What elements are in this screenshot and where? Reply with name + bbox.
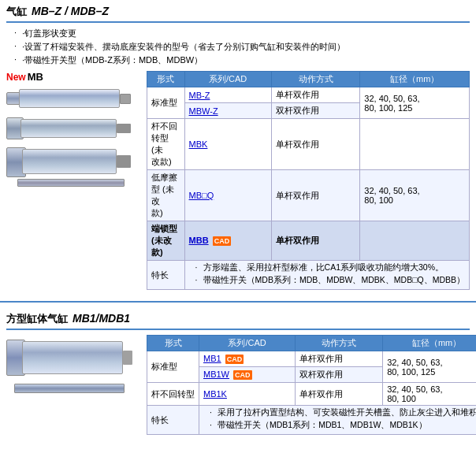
col-header-series: 系列/CAD: [184, 72, 271, 87]
cad-badge-mb1: CAD: [225, 355, 244, 364]
feature2-1: 采用了拉杆内置型结构、可安装磁性开关槽盖、防止灰尘进入和堆积。: [210, 407, 476, 418]
new-mb-label: New MB: [6, 71, 43, 83]
series2-cell-mb1k: MB1K: [199, 383, 296, 406]
section2-images: [6, 335, 140, 435]
section2-header: 方型缸体气缸 MB1/MDB1: [6, 312, 470, 330]
section2-table: 形式 系列/CAD 动作方式 缸径（mm） 标准型 MB1 CAD 单杆双作用 …: [147, 335, 476, 435]
table2-row-features: 特长 采用了拉杆内置型结构、可安装磁性开关槽盖、防止灰尘进入和堆积。 带磁性开关…: [147, 406, 477, 435]
bore2-cell-standard: 32, 40, 50, 63,80, 100, 125: [383, 351, 476, 383]
section2-title-jp: MB1/MDB1: [73, 312, 130, 325]
table-row-endlock: 端锁型 (未改款) MBB CAD 单杆双作用: [147, 221, 470, 261]
type2-cell-norot: 杆不回转型: [147, 383, 199, 406]
col-header-action: 动作方式: [271, 72, 360, 87]
action2-cell-norot: 单杆双作用: [296, 383, 383, 406]
bore2-cell-norot: 32, 40, 50, 63,80, 100: [383, 383, 476, 406]
link-mbk[interactable]: MBK: [189, 139, 208, 149]
cad-badge-mbb: CAD: [213, 236, 232, 246]
table-row: 低摩擦型 (未改款) MB□Q 单杆双作用 32, 40, 50, 63,80,…: [147, 170, 470, 221]
link-mbq[interactable]: MB□Q: [189, 191, 214, 200]
section1-table: 形式 系列/CAD 动作方式 缸径（mm） 标准型 MB-Z 单杆双作用 32,…: [147, 71, 470, 290]
section1-title-cn: 气缸: [6, 5, 27, 19]
link-mbwz[interactable]: MBW-Z: [189, 106, 218, 116]
features2-label: 特长: [147, 406, 199, 435]
link-mbb[interactable]: MBB: [189, 236, 209, 245]
action-cell-lowfric: 单杆双作用: [271, 170, 360, 221]
action-cell-double: 双杆双作用: [271, 103, 360, 119]
table2-row: 标准型 MB1 CAD 单杆双作用 32, 40, 50, 63,80, 100…: [147, 351, 477, 367]
feature-2: 带磁性开关（MDB系列：MDB、MDBW、MDBK、MDB□Q、MDBB）: [195, 275, 465, 286]
table-row-features: 特长 方形端盖、采用拉杆型标准，比CA1系列吸收功能约增大30%。 带磁性开关（…: [147, 261, 470, 290]
col2-header-series: 系列/CAD: [199, 336, 296, 351]
action2-cell-double: 双杆双作用: [296, 367, 383, 383]
table2-header-row: 形式 系列/CAD 动作方式 缸径（mm）: [147, 336, 477, 351]
section1-images: New MB: [6, 71, 140, 290]
section1-bullets: ·钉盖形状变更 ·设置了杆端安装件、摆动底座安装件的型号（省去了分别订购气缸和安…: [6, 28, 470, 66]
type-cell-lowfric: 低摩擦型 (未改款): [147, 170, 185, 221]
bullet-1: ·钉盖形状变更: [14, 28, 470, 39]
col2-header-bore: 缸径（mm）: [383, 336, 476, 351]
cylinder-image-1: [6, 86, 131, 111]
series-cell-mbwz: MBW-Z: [184, 103, 271, 119]
table-row: 杆不回转型 (未改款) MBK 单杆双作用: [147, 119, 470, 170]
features2-content: 采用了拉杆内置型结构、可安装磁性开关槽盖、防止灰尘进入和堆积。 带磁性开关（MD…: [199, 406, 477, 435]
table-header-row: 形式 系列/CAD 动作方式 缸径（mm）: [147, 72, 470, 87]
features-label: 特长: [147, 261, 185, 290]
series2-cell-mb1w: MB1W CAD: [199, 367, 296, 383]
type-cell-endlock: 端锁型 (未改款): [147, 221, 185, 261]
section2-content: 形式 系列/CAD 动作方式 缸径（mm） 标准型 MB1 CAD 单杆双作用 …: [6, 335, 470, 435]
feature-1: 方形端盖、采用拉杆型标准，比CA1系列吸收功能约增大30%。: [195, 262, 465, 273]
series2-cell-mb1: MB1 CAD: [199, 351, 296, 367]
type2-cell-standard: 标准型: [147, 351, 199, 383]
series-cell-mbk: MBK: [184, 119, 271, 170]
bore-cell-standard: 32, 40, 50, 63,80, 100, 125: [360, 87, 470, 119]
link-mb1w[interactable]: MB1W: [203, 369, 229, 379]
col2-header-action: 动作方式: [296, 336, 383, 351]
section1-content: New MB: [6, 71, 470, 290]
table-row: 标准型 MB-Z 单杆双作用 32, 40, 50, 63,80, 100, 1…: [147, 87, 470, 103]
section2-title-cn: 方型缸体气缸: [6, 312, 68, 326]
link-mbz[interactable]: MB-Z: [189, 91, 210, 100]
section-mb1: 方型缸体气缸 MB1/MDB1 形式 系列/CAD 动作方式 缸: [0, 307, 476, 441]
action-cell-endlock: 单杆双作用: [271, 221, 360, 261]
col2-header-type: 形式: [147, 336, 199, 351]
section1-header: 气缸 MB–Z / MDB–Z: [6, 5, 470, 23]
bore-cell-norot: [360, 119, 470, 170]
col-header-bore: 缸径（mm）: [360, 72, 470, 87]
action2-cell-single: 单杆双作用: [296, 351, 383, 367]
feature2-2: 带磁性开关（MDB1系列：MDB1、MDB1W、MDB1K）: [210, 420, 476, 431]
series-cell-mbq: MB□Q: [184, 170, 271, 221]
action-cell-single: 单杆双作用: [271, 87, 360, 103]
bore-cell-lowfric: 32, 40, 50, 63,80, 100: [360, 170, 470, 221]
features-content: 方形端盖、采用拉杆型标准，比CA1系列吸收功能约增大30%。 带磁性开关（MDB…: [184, 261, 469, 290]
bullet-3: ·带磁性开关型（MDB-Z系列：MDB、MDBW）: [14, 54, 470, 66]
cylinder-image-2: [6, 114, 131, 143]
type-cell-norot: 杆不回转型 (未改款): [147, 119, 185, 170]
bore-cell-endlock: [360, 221, 470, 261]
link-mb1[interactable]: MB1: [203, 354, 221, 363]
cylinder-mb1-image: [6, 340, 132, 393]
section-mbz: 气缸 MB–Z / MDB–Z ·钉盖形状变更 ·设置了杆端安装件、摆动底座安装…: [0, 0, 476, 296]
series-cell-mbb: MBB CAD: [184, 221, 271, 261]
section1-title-jp: MB–Z / MDB–Z: [32, 5, 109, 17]
table2-row: 杆不回转型 MB1K 单杆双作用 32, 40, 50, 63,80, 100: [147, 383, 477, 406]
bullet-2: ·设置了杆端安装件、摆动底座安装件的型号（省去了分别订购气缸和安装件的时间）: [14, 41, 470, 53]
col-header-type: 形式: [147, 72, 185, 87]
action-cell-norot: 单杆双作用: [271, 119, 360, 170]
cylinder-image-3: [6, 146, 131, 187]
link-mb1k[interactable]: MB1K: [203, 389, 227, 399]
section-divider: [0, 301, 476, 303]
cad-badge-mb1w: CAD: [233, 370, 252, 380]
type-cell-standard: 标准型: [147, 87, 185, 119]
series-cell-mbz: MB-Z: [184, 87, 271, 103]
